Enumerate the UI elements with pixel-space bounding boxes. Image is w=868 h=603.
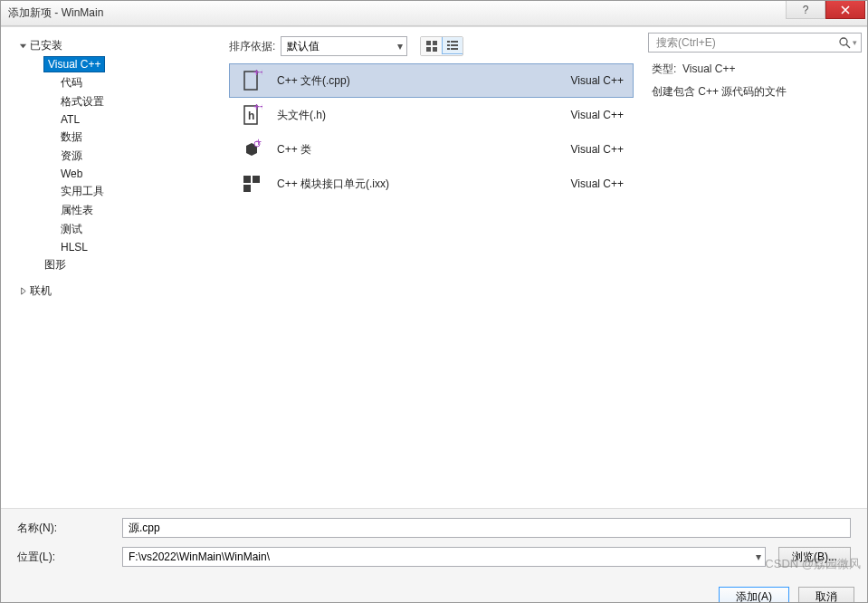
tree-label: 已安装 bbox=[30, 38, 62, 53]
svg-rect-9 bbox=[451, 48, 458, 50]
module-icon bbox=[239, 171, 264, 196]
chevron-down-icon bbox=[17, 41, 28, 52]
template-item-name: C++ 文件(.cpp) bbox=[277, 73, 571, 89]
template-item-cpp-file[interactable]: ++ C++ 文件(.cpp) Visual C++ bbox=[229, 63, 634, 98]
svg-rect-3 bbox=[433, 47, 437, 52]
cancel-button[interactable]: 取消 bbox=[798, 587, 854, 603]
tree-node-installed[interactable]: 已安装 bbox=[12, 36, 222, 55]
help-icon: ? bbox=[803, 4, 809, 16]
sort-value: 默认值 bbox=[287, 39, 320, 54]
detail-type: 类型: Visual C++ bbox=[652, 62, 858, 77]
tree-label: 联机 bbox=[30, 283, 52, 299]
dropdown-icon: ▾ bbox=[853, 38, 857, 47]
template-item-lang: Visual C++ bbox=[571, 177, 624, 190]
tree-node-web[interactable]: Web bbox=[12, 166, 222, 182]
category-tree[interactable]: 已安装 Visual C++ 代码 格式设置 ATL 数据 资源 Web 实用工… bbox=[1, 27, 222, 508]
sort-label: 排序依据: bbox=[229, 39, 275, 54]
name-label: 名称(N): bbox=[17, 521, 122, 536]
detail-description: 创建包含 C++ 源代码的文件 bbox=[652, 84, 858, 100]
search-box[interactable]: ▾ bbox=[648, 33, 862, 53]
tree-label: 图形 bbox=[44, 257, 66, 273]
tree-node-hlsl[interactable]: HLSL bbox=[12, 239, 222, 255]
tree-label: 资源 bbox=[61, 148, 82, 164]
search-icon bbox=[838, 36, 851, 49]
template-item-name: C++ 类 bbox=[277, 142, 571, 158]
template-item-lang: Visual C++ bbox=[571, 109, 624, 121]
svg-rect-7 bbox=[451, 44, 458, 46]
svg-line-21 bbox=[846, 44, 850, 48]
tree-label: 格式设置 bbox=[61, 94, 104, 110]
tree-node-data[interactable]: 数据 bbox=[12, 128, 222, 147]
name-input[interactable] bbox=[122, 518, 851, 538]
view-mode-group bbox=[420, 36, 463, 56]
svg-point-20 bbox=[840, 38, 847, 45]
location-row: 位置(L): F:\vs2022\WinMain\WinMain\ ▾ 浏览(B… bbox=[17, 547, 851, 567]
svg-rect-2 bbox=[426, 47, 431, 52]
chevron-down-icon bbox=[32, 59, 43, 70]
template-item-lang: Visual C++ bbox=[571, 74, 624, 87]
header-file-icon: h++ bbox=[239, 102, 264, 128]
template-item-lang: Visual C++ bbox=[571, 143, 624, 156]
svg-rect-0 bbox=[426, 41, 431, 45]
tree-label: Visual C++ bbox=[44, 57, 104, 72]
tree-label: ATL bbox=[61, 113, 80, 126]
search-input[interactable] bbox=[653, 36, 838, 49]
sort-dropdown[interactable]: 默认值 ▾ bbox=[281, 36, 407, 56]
template-item-module-unit[interactable]: C++ 模块接口单元(.ixx) Visual C++ bbox=[229, 167, 634, 201]
tree-label: 实用工具 bbox=[61, 184, 104, 199]
svg-text:++: ++ bbox=[253, 104, 262, 113]
close-icon bbox=[841, 5, 850, 14]
titlebar: 添加新项 - WinMain ? bbox=[1, 1, 867, 26]
svg-text:++: ++ bbox=[253, 70, 262, 79]
cpp-file-icon: ++ bbox=[239, 68, 264, 93]
svg-rect-5 bbox=[451, 41, 458, 43]
tree-label: HLSL bbox=[61, 241, 88, 254]
tree-node-propsheet[interactable]: 属性表 bbox=[12, 201, 222, 220]
chevron-right-icon bbox=[17, 286, 28, 297]
svg-rect-4 bbox=[447, 41, 450, 43]
type-label: 类型: bbox=[652, 62, 676, 75]
tree-node-code[interactable]: 代码 bbox=[12, 73, 222, 92]
chevron-down-icon: ▾ bbox=[397, 40, 403, 53]
help-button[interactable]: ? bbox=[786, 1, 825, 19]
browse-button[interactable]: 浏览(B)... bbox=[778, 547, 851, 567]
tree-node-format[interactable]: 格式设置 bbox=[12, 92, 222, 111]
template-item-name: 头文件(.h) bbox=[277, 108, 571, 123]
svg-text:+: + bbox=[255, 139, 262, 148]
svg-rect-1 bbox=[433, 41, 437, 45]
detail-panel: ▾ 类型: Visual C++ 创建包含 C++ 源代码的文件 bbox=[641, 27, 867, 508]
view-large-icons-button[interactable] bbox=[421, 37, 443, 55]
tree-node-visualcpp[interactable]: Visual C++ bbox=[12, 55, 222, 73]
location-input[interactable]: F:\vs2022\WinMain\WinMain\ ▾ bbox=[122, 547, 766, 567]
tree-node-utility[interactable]: 实用工具 bbox=[12, 182, 222, 201]
tree-label: 测试 bbox=[61, 222, 82, 237]
template-list[interactable]: ++ C++ 文件(.cpp) Visual C++ h++ 头文件(.h) V… bbox=[222, 60, 641, 508]
add-button[interactable]: 添加(A) bbox=[719, 587, 789, 603]
tree-node-atl[interactable]: ATL bbox=[12, 111, 222, 128]
window-title: 添加新项 - WinMain bbox=[8, 5, 103, 21]
chevron-down-icon: ▾ bbox=[756, 550, 761, 563]
template-item-cpp-class[interactable]: + C++ 类 Visual C++ bbox=[229, 132, 634, 167]
grid-icon bbox=[426, 41, 437, 52]
window-controls: ? bbox=[786, 1, 867, 19]
type-value: Visual C++ bbox=[682, 62, 735, 75]
tree-node-graphics[interactable]: 图形 bbox=[12, 255, 222, 274]
close-button[interactable] bbox=[825, 1, 865, 19]
template-toolbar: 排序依据: 默认值 ▾ bbox=[222, 27, 641, 60]
svg-rect-18 bbox=[253, 176, 260, 183]
template-item-header-file[interactable]: h++ 头文件(.h) Visual C++ bbox=[229, 98, 634, 132]
view-list-button[interactable] bbox=[442, 36, 463, 54]
tree-node-resource[interactable]: 资源 bbox=[12, 147, 222, 166]
svg-rect-19 bbox=[243, 185, 251, 192]
tree-node-online[interactable]: 联机 bbox=[12, 282, 222, 301]
form-area: 名称(N): 位置(L): F:\vs2022\WinMain\WinMain\… bbox=[1, 508, 867, 581]
tree-label: 属性表 bbox=[61, 203, 93, 218]
tree-label: Web bbox=[61, 168, 82, 180]
location-label: 位置(L): bbox=[17, 550, 122, 565]
tree-label: 数据 bbox=[61, 129, 82, 145]
tree-node-test[interactable]: 测试 bbox=[12, 220, 222, 239]
list-icon bbox=[447, 40, 458, 51]
class-icon: + bbox=[239, 137, 264, 162]
svg-rect-8 bbox=[447, 48, 450, 50]
dialog-footer: 添加(A) 取消 bbox=[1, 581, 867, 603]
